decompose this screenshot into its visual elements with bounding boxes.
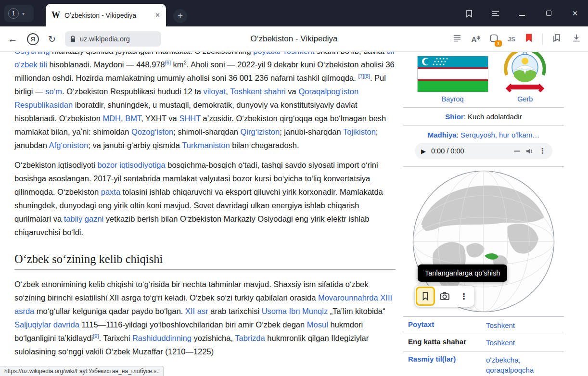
emblem-image-block[interactable]: Gerb — [500, 52, 550, 103]
anthem-label-link[interactable]: Madhiya — [428, 131, 457, 139]
article-paragraph: Osiyoning markaziy qismida joylashgan ma… — [14, 52, 396, 152]
new-tab-button[interactable]: + — [173, 9, 187, 23]
link-status-popup: https://uz.wikipedia.org/wiki/Fayl:Узбек… — [0, 366, 164, 376]
add-bookmark-button[interactable] — [416, 287, 435, 306]
article-link[interactable]: viloyat — [204, 87, 226, 96]
tab-counter-button[interactable]: 1 ▾ — [4, 5, 34, 22]
toolbar-left: ← Я ↻ uz.wikipedia.org — [8, 26, 161, 51]
uzbekistan-emblem-image[interactable] — [500, 52, 550, 92]
address-bar[interactable]: uz.wikipedia.org — [65, 31, 161, 47]
maximize-button[interactable] — [543, 8, 554, 19]
anthem-row: Madhiya: Serquyosh, hur oʻlkam… ▶ 0:00 /… — [403, 125, 564, 166]
active-tab[interactable]: W Oʻzbekiston - Vikipediya ✕ — [46, 4, 166, 26]
article-link[interactable]: [6] — [165, 60, 171, 65]
largest-city-value-link[interactable]: Toshkent — [486, 338, 562, 348]
motto-text: Kuch adolatdadir — [468, 113, 522, 121]
article-link[interactable]: Usoma Ibn Munqiz — [262, 307, 328, 315]
more-actions-button[interactable]: ⋮ — [454, 287, 473, 306]
article-link[interactable]: poytaxti Toshkent — [253, 52, 314, 55]
minimize-button[interactable] — [517, 8, 527, 19]
article-link[interactable]: Tabrizda — [235, 334, 265, 342]
play-icon[interactable]: ▶ — [421, 148, 426, 155]
infobox-row-largest-city: Eng katta shahar Toshkent — [403, 334, 564, 351]
yandex-home-button[interactable]: Я — [27, 33, 39, 45]
article-link[interactable]: [9] — [93, 333, 99, 339]
tab-close-icon[interactable]: ✕ — [155, 12, 160, 19]
article-link[interactable]: SHHT — [179, 114, 201, 123]
close-window-button[interactable]: ✕ — [570, 8, 580, 19]
translate-icon[interactable]: Aф — [471, 35, 480, 43]
downloads-icon[interactable] — [572, 33, 581, 45]
capital-value-link[interactable]: Toshkent — [486, 320, 562, 330]
audio-player[interactable]: ▶ 0:00 / 0:00 ⋮ — [415, 143, 552, 159]
article-link[interactable]: BMT — [125, 114, 141, 123]
tab-count-badge: 1 — [8, 8, 19, 19]
globe-block: Tanlanganlarga qoʻshish ⋮ — [403, 166, 564, 316]
javascript-indicator[interactable]: JS — [508, 36, 515, 43]
browser-menu-icon[interactable] — [490, 8, 501, 19]
toolbar-divider — [542, 33, 543, 45]
article-paragraph: Oʻzbek etnonimining kelib chiqishi toʻgʻ… — [14, 277, 396, 358]
browser-titlebar: 1 ▾ W Oʻzbekiston - Vikipediya ✕ + ✕ — [0, 0, 588, 26]
side-panel-icon[interactable] — [464, 8, 474, 19]
article-link[interactable]: Mosul — [307, 320, 328, 329]
camera-icon — [439, 291, 450, 301]
article-link[interactable]: Afgʻoniston — [49, 141, 89, 150]
article-link[interactable]: paxta — [101, 188, 120, 196]
audio-menu-icon[interactable]: ⋮ — [539, 147, 546, 155]
wikipedia-favicon: W — [51, 10, 60, 20]
flag-image-block[interactable]: Bayroq — [417, 56, 488, 103]
uzbekistan-flag-image[interactable] — [417, 56, 488, 92]
lock-icon — [70, 36, 76, 43]
article-link[interactable]: Osiyoning — [14, 52, 50, 55]
extension-badge: 1 — [495, 40, 502, 47]
bookmark-icon — [421, 291, 430, 301]
section-paragraphs: Oʻzbek etnonimining kelib chiqishi toʻgʻ… — [14, 277, 396, 358]
article-link[interactable]: Tojikiston — [343, 127, 376, 136]
chevron-down-icon: ▾ — [22, 11, 25, 16]
motto-label-link[interactable]: Shior — [445, 113, 463, 121]
toolbar-right: Aф 1 JS — [452, 26, 581, 51]
back-button[interactable]: ← — [8, 33, 18, 45]
visual-search-button[interactable] — [435, 287, 454, 306]
bookmark-flag-icon[interactable] — [524, 33, 533, 45]
window-controls: ✕ — [464, 0, 580, 26]
motto-row: Shior: Kuch adolatdadir — [403, 107, 564, 125]
article-link[interactable]: Toshkent shahri — [230, 87, 286, 96]
article-link[interactable]: Turkmaniston — [182, 141, 230, 150]
address-url: uz.wikipedia.org — [80, 35, 130, 43]
article-link[interactable]: Qirgʻiziston — [241, 127, 280, 136]
collections-icon[interactable] — [552, 33, 562, 45]
article-paragraph: Oʻzbekiston iqtisodiyoti bozor iqtisodiy… — [14, 158, 396, 239]
official-languages-value-link[interactable]: oʻzbekcha, qoraqalpoqcha — [486, 355, 562, 375]
anthem-title-link[interactable]: Serquyosh, hur oʻlkam… — [460, 131, 539, 139]
kebab-icon: ⋮ — [460, 291, 468, 301]
refresh-button[interactable]: ↻ — [48, 34, 56, 45]
reader-mode-icon[interactable] — [452, 33, 462, 45]
volume-slider[interactable] — [514, 150, 520, 152]
section-heading: Oʻzbek soʻzining kelib chiqishi — [14, 252, 396, 270]
article-link[interactable]: XII asr — [185, 307, 208, 315]
article-link[interactable]: Saljuqiylar davrida — [14, 320, 79, 329]
add-to-favorites-tooltip: Tanlanganlarga qoʻshish — [418, 264, 507, 282]
speaker-icon[interactable] — [525, 148, 534, 155]
infobox-row-official-languages: Rasmiy til(lar) oʻzbekcha, qoraqalpoqcha — [403, 351, 564, 376]
article-link[interactable]: Qozogʻiston — [131, 127, 173, 136]
article-link[interactable]: Rashiduddinning — [132, 334, 192, 342]
lead-paragraphs: Osiyoning markaziy qismida joylashgan ma… — [14, 52, 396, 239]
infobox-images: Bayroq Gerb — [403, 52, 564, 107]
extension-icon[interactable]: 1 — [489, 34, 499, 45]
capital-label-link[interactable]: Poytaxt — [408, 320, 486, 330]
country-infobox: Bayroq Gerb Shior: Kuch ad — [403, 52, 564, 376]
article-link[interactable]: bozor iqtisodiyotiga — [97, 161, 165, 169]
flag-caption-link[interactable]: Bayroq — [442, 95, 464, 103]
page-content: Osiyoning markaziy qismida joylashgan ma… — [0, 52, 582, 376]
article-link[interactable]: MDH — [102, 114, 121, 123]
article-link[interactable]: soʻm — [45, 87, 62, 96]
article-link[interactable]: tabiiy gazni — [64, 214, 104, 223]
official-languages-label-link[interactable]: Rasmiy til(lar) — [408, 355, 486, 375]
infobox-row-capital: Poytaxt Toshkent — [403, 316, 564, 334]
article-link[interactable]: [7][8] — [358, 73, 370, 79]
largest-city-label: Eng katta shahar — [408, 338, 486, 348]
emblem-caption-link[interactable]: Gerb — [517, 95, 533, 103]
